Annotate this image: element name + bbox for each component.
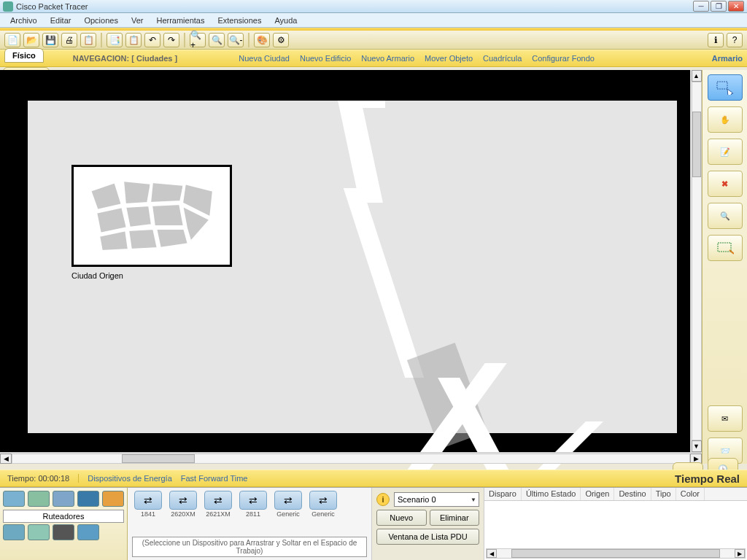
scroll-track[interactable]: [12, 454, 690, 464]
device-2620xm[interactable]: ⇄2620XM: [167, 491, 199, 518]
nav-mover-objeto[interactable]: Mover Objeto: [425, 54, 473, 63]
pdu-list-button[interactable]: Ventana de Lista PDU: [376, 529, 479, 545]
maximize-button[interactable]: ❐: [711, 1, 727, 12]
nav-nueva-ciudad[interactable]: Nueva Ciudad: [239, 54, 290, 63]
device-1841[interactable]: ⇄1841: [132, 491, 164, 518]
minimize-button[interactable]: ─: [693, 1, 709, 12]
col-origen[interactable]: Origen: [581, 488, 614, 500]
help-icon[interactable]: ?: [727, 33, 743, 47]
open-file-icon[interactable]: 📂: [23, 33, 39, 47]
canvas[interactable]: Ciudad Origen: [28, 101, 677, 433]
cat-switches-icon[interactable]: [28, 491, 50, 507]
delete-scenario-button[interactable]: Eliminar: [430, 510, 480, 526]
scroll-thumb[interactable]: [511, 549, 720, 558]
wizard-icon[interactable]: 📋: [80, 33, 96, 47]
table-body[interactable]: ◀ ▶: [484, 501, 747, 560]
col-tipo[interactable]: Tipo: [651, 488, 676, 500]
cat-multiuser-icon[interactable]: [77, 524, 99, 540]
close-button[interactable]: ✕: [728, 1, 744, 12]
realtime-label: Tiempo Real: [675, 472, 740, 485]
scenario-column: i Scenario 0 Nuevo Eliminar Ventana de L…: [372, 488, 484, 560]
toolbar-separator: [184, 33, 185, 47]
save-icon[interactable]: 💾: [42, 33, 58, 47]
city-ciudad-origen[interactable]: [71, 165, 232, 267]
info-icon[interactable]: ℹ: [708, 33, 724, 47]
vertical-scrollbar[interactable]: ▲ ▼: [690, 70, 702, 452]
copy-icon[interactable]: 📑: [107, 33, 123, 47]
palette-icon[interactable]: 🎨: [254, 33, 270, 47]
nav-configurar-fondo[interactable]: Configurar Fondo: [532, 54, 595, 63]
col-ultimo-estado[interactable]: Último Estado: [522, 488, 581, 500]
nav-cuadricula[interactable]: Cuadrícula: [483, 54, 522, 63]
device-generic-2[interactable]: ⇄Generic: [307, 491, 339, 518]
horizontal-scrollbar[interactable]: ◀ ▶: [0, 452, 702, 464]
zoom-in-icon[interactable]: 🔍+: [190, 33, 206, 47]
cat-connections-icon[interactable]: [102, 491, 124, 507]
category-column: Ruteadores: [0, 488, 128, 560]
menu-editar[interactable]: Editar: [44, 15, 77, 26]
table-header: Disparo Último Estado Origen Destino Tip…: [484, 488, 747, 501]
fast-forward-link[interactable]: Fast Forward Time: [181, 474, 248, 483]
menu-ver[interactable]: Ver: [125, 15, 150, 26]
nav-nuevo-edificio[interactable]: Nuevo Edificio: [300, 54, 351, 63]
router-icon: ⇄: [309, 491, 337, 510]
nav-armario[interactable]: Armario: [712, 54, 743, 63]
new-file-icon[interactable]: 📄: [4, 33, 20, 47]
col-destino[interactable]: Destino: [614, 488, 651, 500]
paste-icon[interactable]: 📋: [125, 33, 142, 47]
undo-icon[interactable]: ↶: [144, 33, 160, 47]
move-tool[interactable]: ✋: [708, 106, 743, 133]
menu-extensiones[interactable]: Extensiones: [212, 15, 267, 26]
cat-custom-icon[interactable]: [53, 524, 74, 540]
device-2621xm[interactable]: ⇄2621XM: [202, 491, 234, 518]
hand-icon: ✋: [720, 115, 730, 125]
note-tool[interactable]: 📝: [708, 139, 743, 165]
print-icon[interactable]: 🖨: [61, 33, 77, 47]
simple-pdu-tool[interactable]: ✉: [708, 405, 743, 432]
menu-archivo[interactable]: Archivo: [4, 15, 43, 26]
device-2811[interactable]: ⇄2811: [237, 491, 269, 518]
select-tool[interactable]: [708, 74, 743, 101]
scroll-right-icon[interactable]: ▶: [735, 549, 745, 558]
scroll-left-icon[interactable]: ◀: [487, 549, 497, 558]
menu-opciones[interactable]: Opciones: [78, 15, 123, 26]
main-toolbar: 📄 📂 💾 🖨 📋 📑 📋 ↶ ↷ 🔍+ 🔍 🔍- 🎨 ⚙ ℹ ?: [0, 31, 747, 50]
new-scenario-button[interactable]: Nuevo: [376, 510, 427, 526]
scroll-thumb[interactable]: [122, 454, 195, 463]
table-scrollbar[interactable]: ◀ ▶: [486, 548, 746, 559]
scroll-down-icon[interactable]: ▼: [692, 440, 702, 452]
devices-icon[interactable]: ⚙: [273, 33, 289, 47]
zoom-out-icon[interactable]: 🔍-: [228, 33, 244, 47]
scenario-select[interactable]: Scenario 0: [394, 492, 479, 507]
device-generic-1[interactable]: ⇄Generic: [272, 491, 304, 518]
scroll-track[interactable]: [692, 82, 702, 440]
svg-rect-18: [718, 243, 731, 252]
cat-routers-icon[interactable]: [3, 491, 25, 507]
nav-breadcrumb: NAVEGACION: [ Ciudades ]: [73, 54, 177, 63]
col-disparo[interactable]: Disparo: [484, 488, 522, 500]
zoom-reset-icon[interactable]: 🔍: [209, 33, 225, 47]
inspect-tool[interactable]: 🔍: [708, 203, 743, 229]
envelope-icon: ✉: [721, 414, 728, 424]
col-color[interactable]: Color: [676, 488, 705, 500]
physical-tab[interactable]: Físico: [4, 48, 44, 63]
workspace[interactable]: Ciudad Origen ◀ ▶: [0, 70, 702, 464]
scroll-thumb[interactable]: [692, 112, 701, 177]
nav-nuevo-armario[interactable]: Nuevo Armario: [361, 54, 414, 63]
power-devices-link[interactable]: Dispositivos de Energía: [88, 474, 172, 483]
delete-tool[interactable]: ✖: [708, 171, 743, 197]
redo-icon[interactable]: ↷: [163, 33, 179, 47]
scroll-left-icon[interactable]: ◀: [0, 454, 12, 464]
device-hint: (Seleccione un Dispositivo para Arrastra…: [132, 537, 367, 557]
scroll-up-icon[interactable]: ▲: [692, 70, 702, 82]
menu-bar: Archivo Editar Opciones Ver Herramientas…: [0, 13, 747, 28]
svg-rect-17: [717, 82, 727, 89]
cat-end-devices-icon[interactable]: [3, 524, 25, 540]
cat-wireless-icon[interactable]: [77, 491, 99, 507]
cat-wan-icon[interactable]: [28, 524, 50, 540]
menu-herramientas[interactable]: Herramientas: [150, 15, 210, 26]
info-icon[interactable]: i: [376, 493, 390, 506]
resize-tool[interactable]: [708, 235, 743, 261]
cat-hubs-icon[interactable]: [53, 491, 74, 507]
menu-ayuda[interactable]: Ayuda: [268, 15, 303, 26]
